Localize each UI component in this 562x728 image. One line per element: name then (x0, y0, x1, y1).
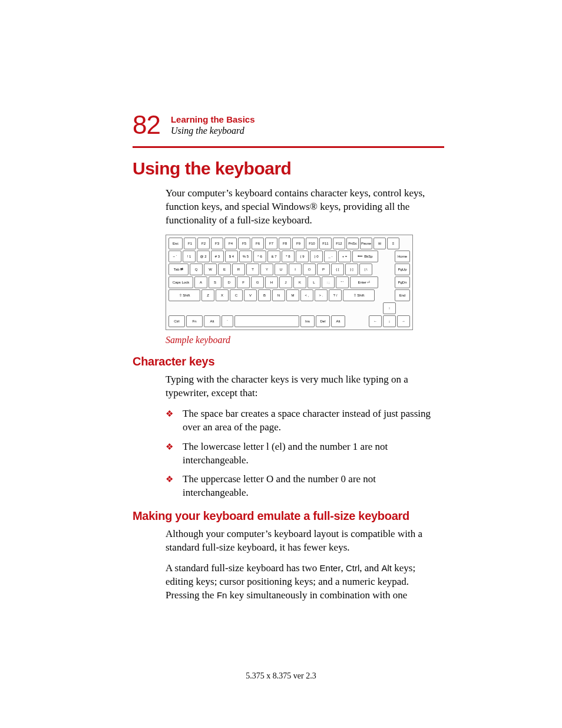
keyboard-key: T (246, 263, 259, 275)
keyboard-key: F7 (265, 238, 277, 249)
keyboard-key: & 7 (267, 251, 280, 262)
keyboard-key: M (286, 289, 299, 301)
keyboard-key: F5 (238, 238, 250, 249)
keyboard-key: F12 (333, 238, 345, 249)
keyboard-figure: EscF1F2F3F4F5F6F7F8F9F10F11F12PrtScPause… (166, 235, 413, 330)
section-heading: Using the keyboard (133, 159, 444, 179)
keyboard-key: PgDn (395, 276, 410, 288)
page-footer: 5.375 x 8.375 ver 2.3 (0, 671, 562, 681)
keyboard-key: X (216, 289, 229, 301)
keyboard-key: H (265, 276, 278, 288)
keyboard-key: ⟵ BkSp (352, 251, 378, 262)
keyboard-key: ( 9 (296, 251, 309, 262)
keyboard-key: O (303, 263, 316, 275)
keyboard-key: ⇧ Shift (343, 289, 375, 301)
keyboard-key: C (230, 289, 243, 301)
keyboard-key: F4 (224, 238, 237, 249)
intro-paragraph: Your computer’s keyboard contains charac… (166, 187, 444, 228)
bullet-text: The uppercase letter O and the number 0 … (183, 473, 444, 500)
keyboard-key: } ] (345, 263, 358, 275)
list-item: ❖The space bar creates a space character… (166, 407, 444, 434)
page-header: 82 Learning the Basics Using the keyboar… (133, 112, 444, 138)
chapter-subtitle: Using the keyboard (171, 126, 255, 136)
keyboard-key: : ; (322, 276, 335, 288)
keyboard-key: Q (190, 263, 203, 275)
keyboard-key: F9 (292, 238, 305, 249)
keyboard-key: F10 (306, 238, 318, 249)
keyboard-key: P (317, 263, 330, 275)
keyboard-key: ! 1 (183, 251, 196, 262)
keyboard-key: Ins (300, 315, 315, 327)
bullet-text: The lowercase letter l (el) and the numb… (183, 440, 444, 467)
keyboard-key: N (272, 289, 285, 301)
keyboard-key: $ 4 (225, 251, 238, 262)
bullet-icon: ❖ (166, 440, 173, 467)
keyboard-key: Tab ⇄ (168, 263, 189, 275)
keyboard-key: > . (315, 289, 328, 301)
keyboard-key: F11 (319, 238, 332, 249)
list-item: ❖The lowercase letter l (el) and the num… (166, 440, 444, 467)
emulate-p1: Although your computer’s keyboard layout… (166, 528, 444, 555)
keyboard-key: B (258, 289, 271, 301)
arrow-down-key: ↓ (383, 315, 396, 327)
keyboard-key: Y (260, 263, 273, 275)
keyboard-key: % 5 (239, 251, 252, 262)
keyboard-key: A (194, 276, 207, 288)
figure-caption: Sample keyboard (166, 335, 444, 345)
key-name-enter: Enter (320, 563, 341, 573)
keyboard-key: U (275, 263, 287, 275)
keyboard-key: R (232, 263, 245, 275)
keyboard-key: ` (222, 315, 233, 327)
keyboard-key: F2 (197, 238, 210, 249)
keyboard-key: F3 (211, 238, 223, 249)
keyboard-key: ⊞ (373, 238, 386, 249)
keyboard-key: Pause (360, 238, 372, 249)
arrow-up-key: ↑ (383, 302, 396, 314)
keyboard-key: Z (201, 289, 214, 301)
keyboard-key: G (251, 276, 264, 288)
bullet-list: ❖The space bar creates a space character… (166, 407, 444, 500)
keyboard-key: ⇧ Shift (168, 289, 200, 301)
bullet-text: The space bar creates a space character … (183, 407, 444, 434)
keyboard-key: K (293, 276, 306, 288)
keyboard-key: + = (338, 251, 351, 262)
keyboard-key: ^ 6 (253, 251, 266, 262)
keyboard-key: _ - (324, 251, 337, 262)
keyboard-key: V (244, 289, 257, 301)
bullet-icon: ❖ (166, 473, 173, 500)
key-name-ctrl: Ctrl (346, 563, 359, 573)
keyboard-key: PgUp (395, 263, 410, 275)
keyboard-key: | \ (359, 263, 372, 275)
keyboard-key: F (237, 276, 250, 288)
keyboard-key: D (223, 276, 236, 288)
keyboard-key: Home (395, 251, 410, 262)
keyboard-key: < , (300, 289, 313, 301)
text-fragment: A standard full-size keyboard has two (166, 562, 320, 574)
keyboard-key: F6 (252, 238, 264, 249)
keyboard-key: * 8 (282, 251, 295, 262)
subsection-character-keys: Character keys (133, 355, 444, 368)
character-keys-intro: Typing with the character keys is very m… (166, 373, 444, 400)
arrow-left-key: ← (369, 315, 382, 327)
keyboard-key: F8 (279, 238, 291, 249)
keyboard-key: J (279, 276, 292, 288)
keyboard-key: Alt (204, 315, 220, 327)
header-rule (133, 146, 444, 148)
keyboard-key: # 3 (211, 251, 224, 262)
keyboard-key: " ' (336, 276, 349, 288)
chapter-title: Learning the Basics (171, 114, 255, 124)
keyboard-key: End (395, 289, 410, 301)
text-fragment: key simultaneously in combination with o… (227, 589, 407, 601)
keyboard-key: ≡ (387, 238, 399, 249)
keyboard-key: PrtSc (346, 238, 359, 249)
list-item: ❖The uppercase letter O and the number 0… (166, 473, 444, 500)
keyboard-key: @ 2 (197, 251, 210, 262)
keyboard-key: { [ (331, 263, 344, 275)
key-name-alt: Alt (382, 563, 392, 573)
keyboard-key: F1 (184, 238, 196, 249)
keyboard-key: Enter ⏎ (350, 276, 378, 288)
keyboard-key: L (308, 276, 320, 288)
arrow-pad: ↑ ← ↓ → (369, 302, 410, 327)
keyboard-key (234, 315, 299, 327)
keyboard-key: W (204, 263, 217, 275)
